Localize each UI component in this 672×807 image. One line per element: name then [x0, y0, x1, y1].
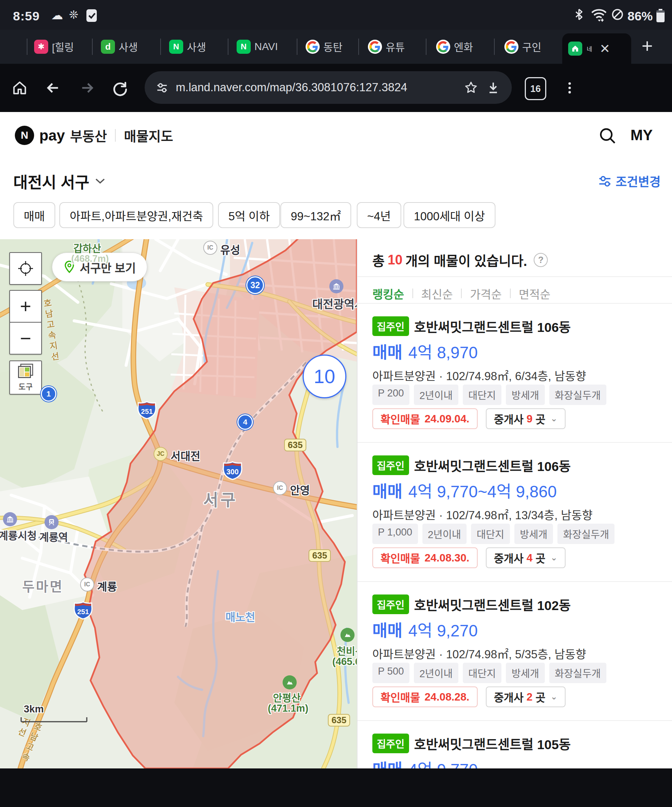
divider — [357, 276, 672, 277]
confirm-date: 24.08.28. — [425, 691, 470, 703]
water-label-maenocheon: 매노천 — [226, 609, 255, 624]
tab-google-3[interactable]: 엔화 — [436, 30, 473, 64]
page-title: 매물지도 — [124, 126, 173, 145]
agents-dropdown[interactable]: 중개사 2곳 ⌄ — [486, 686, 566, 707]
zoom-in-button[interactable]: + — [9, 290, 42, 323]
map-scale-bar — [20, 717, 88, 723]
price: 4억 9,770~4억 9,860 — [408, 478, 557, 502]
price: 4억 8,970 — [408, 339, 478, 363]
zoom-out-button[interactable]: − — [9, 322, 42, 355]
chip-property-type[interactable]: 아파트,아파트분양권,재건축 — [59, 202, 213, 228]
mountain-height-gaphasan: (468.7m) — [71, 253, 109, 264]
owner-badge: 집주인 — [372, 594, 409, 614]
site-settings-icon[interactable] — [156, 81, 168, 94]
route-badge-635: 635 — [309, 549, 331, 562]
new-tab-button[interactable]: + — [642, 37, 653, 56]
asterisk-favicon: ✱ — [34, 40, 48, 54]
agents-dropdown[interactable]: 중개사 9곳 ⌄ — [486, 408, 566, 429]
sort-area[interactable]: 면적순 — [519, 285, 551, 302]
reload-button[interactable] — [111, 64, 129, 112]
trade-type: 매매 — [372, 618, 402, 641]
layers-icon — [17, 364, 34, 379]
chip-age[interactable]: ~4년 — [357, 202, 401, 228]
interruption-blocked-icon — [611, 8, 624, 21]
tab-google-4[interactable]: 구인 — [504, 30, 541, 64]
my-location-button[interactable] — [9, 252, 42, 285]
route-shield-300: 300 — [222, 461, 242, 480]
cityhall-icon — [3, 512, 17, 526]
chevron-down-icon: ⌄ — [551, 692, 558, 702]
place-label-seodaejeon: 서대전 — [171, 448, 200, 463]
tab-divider — [228, 38, 229, 55]
confirm-date: 24.09.04. — [425, 413, 470, 425]
filter-sliders-icon — [598, 174, 612, 188]
listing-price-row: 매매 4억 9,770~4억 9,860 — [372, 478, 557, 501]
agent-count: 9 — [527, 413, 533, 425]
section-label: 부동산 — [70, 126, 107, 145]
confirmed-listing-badge: 확인매물 24.08.28. — [372, 686, 478, 707]
tab-naver-2[interactable]: N NAVI — [237, 30, 278, 64]
tab-google-2[interactable]: 유튜 — [368, 30, 405, 64]
tab-daum[interactable]: d 사생 — [101, 30, 138, 64]
chip-households[interactable]: 1000세대 이상 — [403, 202, 496, 228]
listing-title-row: 집주인 호반써밋그랜드센트럴 106동 — [372, 317, 571, 335]
npay-logo[interactable]: N pay 부동산 매물지도 — [15, 112, 173, 159]
home-button[interactable] — [11, 64, 28, 112]
listing-card[interactable]: 집주인 호반써밋그랜드센트럴 106동 매매 4억 9,770~4억 9,860… — [357, 442, 672, 581]
sort-ranking[interactable]: 랭킹순 — [372, 285, 404, 302]
daum-favicon: d — [101, 40, 115, 54]
route-badge-4: 4 — [237, 414, 253, 430]
naver-favicon: N — [237, 40, 251, 54]
bookmark-star-icon[interactable] — [464, 80, 478, 95]
listing-title: 호반써밋그랜드센트럴 102동 — [414, 595, 571, 614]
change-conditions-button[interactable]: 조건변경 — [598, 172, 660, 190]
map-tools-button[interactable]: 도구 — [9, 360, 42, 395]
molecule-notification-icon: ❊ — [69, 8, 78, 21]
map-canvas[interactable]: + − 도구 서구만 보기 갑하산 (468.7m) IC 유성 32 대전광역… — [0, 239, 357, 769]
listing-card[interactable]: 집주인 호반써밋그랜드센트럴 105동 매매 4억 9,770 — [357, 720, 672, 769]
sort-price[interactable]: 가격순 — [470, 285, 502, 302]
browser-menu-icon[interactable] — [562, 64, 577, 112]
agents-dropdown[interactable]: 중개사 4곳 ⌄ — [486, 547, 566, 568]
back-button[interactable] — [45, 64, 61, 112]
google-favicon — [368, 40, 382, 54]
sort-newest[interactable]: 최신순 — [421, 285, 453, 302]
listing-tags: P 500 2년이내 대단지 방세개 화장실두개 — [372, 663, 606, 683]
route-badge-635: 635 — [284, 439, 306, 451]
url-text[interactable]: m.land.naver.com/map/36.3081076:127.3824 — [176, 81, 456, 94]
help-icon[interactable]: ? — [534, 253, 548, 267]
tab-google-1[interactable]: 동탄 — [305, 30, 343, 64]
tab-naver-land-active[interactable]: 네 ✕ — [562, 33, 631, 64]
url-bar[interactable]: m.land.naver.com/map/36.3081076:127.3824 — [144, 71, 512, 104]
listing-title-row: 집주인 호반써밋그랜드센트럴 105동 — [372, 734, 571, 752]
forward-button[interactable] — [79, 64, 96, 112]
trade-type: 매매 — [372, 478, 402, 502]
place-label-gyeryong: 계룡 — [97, 578, 117, 594]
tab-healing[interactable]: ✱ [힐링 — [34, 30, 74, 64]
listing-cluster-marker[interactable]: 10 — [303, 355, 347, 398]
status-bar: 8:59 ☁ ❊ 86% — [0, 0, 672, 30]
tab-switcher-button[interactable]: 16 — [525, 77, 546, 100]
listing-card[interactable]: 집주인 호반써밋그랜드센트럴 106동 매매 4억 8,970 아파트분양권 ·… — [357, 304, 672, 442]
listing-card[interactable]: 집주인 호반써밋그랜드센트럴 102동 매매 4억 9,270 아파트분양권 ·… — [357, 581, 672, 720]
tab-naver-1[interactable]: N 사생 — [169, 30, 206, 64]
browser-toolbar: m.land.naver.com/map/36.3081076:127.3824… — [0, 64, 672, 112]
tab-divider — [358, 38, 359, 55]
total-results: 총 10 개의 매물이 있습니다. ? — [372, 250, 548, 270]
close-tab-icon[interactable]: ✕ — [600, 41, 611, 56]
pay-logo-text: pay — [39, 127, 65, 144]
confirm-date: 24.08.30. — [425, 552, 470, 564]
chip-price[interactable]: 5억 이하 — [218, 202, 280, 228]
place-label-gyeryong-station: 계룡역 — [39, 529, 68, 544]
my-button[interactable]: MY — [631, 127, 653, 143]
battery-percent: 86% — [627, 9, 653, 23]
listing-title: 호반써밋그랜드센트럴 105동 — [414, 734, 571, 753]
region-selector[interactable]: 대전시 서구 — [13, 170, 106, 193]
search-icon[interactable] — [598, 126, 617, 145]
download-icon[interactable] — [486, 80, 501, 95]
chip-area[interactable]: 99~132㎡ — [280, 202, 351, 228]
chip-trade-type[interactable]: 매매 — [13, 202, 55, 228]
divider — [115, 129, 116, 142]
system-nav-bar — [0, 769, 672, 807]
place-label-anyeong: 안영 — [290, 482, 310, 497]
